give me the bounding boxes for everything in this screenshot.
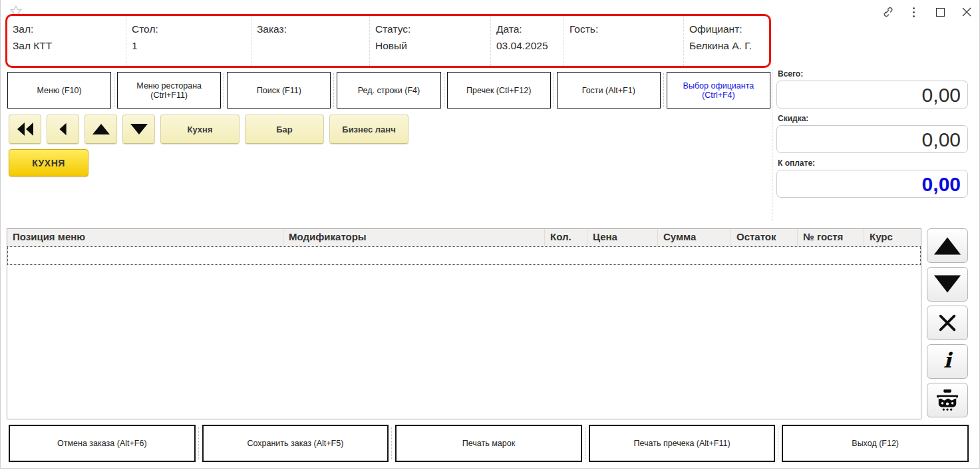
table-label: Стол: bbox=[132, 23, 248, 35]
window-controls bbox=[879, 4, 975, 20]
toolbar-separator bbox=[221, 72, 227, 109]
column-price[interactable]: Цена bbox=[587, 229, 658, 246]
x-icon bbox=[937, 312, 958, 334]
print-precheck-button[interactable]: Печать пречека (Alt+F11) bbox=[589, 425, 776, 462]
print-marks-button[interactable]: Печать марок bbox=[395, 425, 582, 462]
column-guest-number[interactable]: № гостя bbox=[798, 229, 864, 246]
up-button[interactable] bbox=[84, 115, 117, 144]
status-label: Статус: bbox=[375, 23, 488, 35]
active-category-kitchen-button[interactable]: КУХНЯ bbox=[9, 149, 88, 176]
payable-label: К оплате: bbox=[778, 158, 968, 168]
footer-separator bbox=[775, 425, 782, 462]
toolbar-separator bbox=[111, 72, 117, 109]
field-status: Статус: Новый bbox=[370, 16, 491, 66]
exit-button[interactable]: Выход (F12) bbox=[782, 425, 969, 462]
total-value-field: 0,00 bbox=[776, 81, 968, 109]
order-value bbox=[257, 40, 367, 52]
order-items-table: Позиция меню Модификаторы Кол. Цена Сумм… bbox=[7, 228, 921, 419]
dispose-button[interactable] bbox=[927, 383, 968, 417]
column-menu-item[interactable]: Позиция меню bbox=[7, 229, 283, 246]
row-actions-panel: i bbox=[927, 228, 968, 417]
guest-label: Гость: bbox=[570, 23, 681, 35]
field-table: Стол: 1 bbox=[126, 16, 251, 66]
search-button[interactable]: Поиск (F11) bbox=[227, 72, 331, 109]
category-nav-row: Кухня Бар Бизнес ланч bbox=[9, 115, 408, 144]
down-arrow-icon bbox=[130, 123, 148, 135]
maximize-button[interactable] bbox=[932, 4, 948, 20]
field-hall: Зал: Зал КТТ bbox=[7, 16, 126, 66]
toolbar: Меню (F10) Меню ресторана (Ctrl+F11) Пои… bbox=[7, 72, 770, 109]
hall-value: Зал КТТ bbox=[13, 40, 123, 52]
footer-separator bbox=[582, 425, 589, 462]
kebab-dots bbox=[913, 7, 915, 17]
waiter-label: Официант: bbox=[689, 23, 766, 35]
menu-button[interactable]: Меню (F10) bbox=[7, 72, 111, 109]
more-menu-icon[interactable] bbox=[905, 4, 921, 20]
column-remainder[interactable]: Остаток bbox=[731, 229, 798, 246]
date-value: 03.04.2025 bbox=[496, 40, 561, 52]
delete-row-button[interactable] bbox=[927, 306, 968, 340]
left-arrow-icon bbox=[57, 121, 69, 137]
table-header-row: Позиция меню Модификаторы Кол. Цена Сумм… bbox=[7, 229, 921, 246]
footer-separator bbox=[196, 425, 202, 462]
field-date: Дата: 03.04.2025 bbox=[491, 16, 564, 66]
total-label: Всего: bbox=[778, 69, 968, 79]
move-row-down-button[interactable] bbox=[927, 267, 968, 302]
table-value: 1 bbox=[132, 40, 248, 52]
select-waiter-button[interactable]: Выбор официанта (Ctrl+F4) bbox=[667, 72, 770, 109]
column-sum[interactable]: Сумма bbox=[658, 229, 731, 246]
footer-actions: Отмена заказа (Alt+F6) Сохранить заказ (… bbox=[9, 425, 969, 462]
up-arrow-icon bbox=[92, 123, 110, 135]
panel-divider bbox=[772, 69, 772, 221]
up-arrow-icon bbox=[932, 234, 963, 257]
order-info-panel: Зал: Зал КТТ Стол: 1 Заказ: Статус: Новы… bbox=[5, 14, 771, 68]
guests-button[interactable]: Гости (Alt+F1) bbox=[557, 72, 661, 109]
save-order-button[interactable]: Сохранить заказ (Alt+F5) bbox=[202, 425, 389, 462]
link-icon[interactable] bbox=[879, 4, 895, 20]
guest-value bbox=[570, 40, 681, 52]
toolbar-separator bbox=[551, 72, 557, 109]
move-row-up-button[interactable] bbox=[927, 228, 968, 263]
totals-panel: Всего: 0,00 Скидка: 0,00 К оплате: 0,00 bbox=[776, 69, 968, 203]
discount-label: Скидка: bbox=[778, 114, 968, 123]
column-modifiers[interactable]: Модификаторы bbox=[283, 229, 545, 246]
category-kitchen-button[interactable]: Кухня bbox=[160, 115, 240, 144]
field-waiter: Официант: Белкина А. Г. bbox=[684, 16, 769, 66]
payable-value-field: 0,00 bbox=[776, 170, 968, 198]
restaurant-menu-button[interactable]: Меню ресторана (Ctrl+F11) bbox=[117, 72, 221, 109]
toolbar-separator bbox=[441, 72, 447, 109]
column-quantity[interactable]: Кол. bbox=[545, 229, 587, 246]
cancel-order-button[interactable]: Отмена заказа (Alt+F6) bbox=[9, 425, 196, 462]
table-selected-empty-row[interactable] bbox=[7, 246, 921, 265]
toolbar-separator bbox=[661, 72, 667, 109]
footer-separator bbox=[389, 425, 395, 462]
waiter-value: Белкина А. Г. bbox=[689, 40, 766, 52]
precheck-button[interactable]: Пречек (Ctl+F12) bbox=[447, 72, 551, 109]
category-bar-button[interactable]: Бар bbox=[245, 115, 324, 144]
down-arrow-icon bbox=[932, 273, 963, 296]
edit-line-button[interactable]: Ред. строки (F4) bbox=[337, 72, 440, 109]
field-order: Заказ: bbox=[251, 16, 370, 66]
disposal-pot-icon bbox=[935, 389, 960, 411]
column-course[interactable]: Курс bbox=[864, 229, 921, 246]
info-icon: i bbox=[943, 350, 951, 371]
hall-label: Зал: bbox=[13, 23, 123, 35]
down-button[interactable] bbox=[122, 115, 155, 144]
category-business-lunch-button[interactable]: Бизнес ланч bbox=[329, 115, 408, 144]
maximize-icon bbox=[936, 8, 945, 17]
date-label: Дата: bbox=[496, 23, 561, 35]
field-guest: Гость: bbox=[564, 16, 684, 66]
toolbar-separator bbox=[331, 72, 337, 109]
row-info-button[interactable]: i bbox=[927, 344, 968, 379]
status-value: Новый bbox=[375, 40, 488, 52]
close-button[interactable] bbox=[959, 4, 975, 20]
order-label: Заказ: bbox=[257, 23, 367, 35]
fast-back-button[interactable] bbox=[9, 115, 41, 144]
discount-value-field: 0,00 bbox=[776, 125, 968, 153]
double-left-arrow-icon bbox=[15, 122, 35, 136]
back-button[interactable] bbox=[47, 115, 79, 144]
